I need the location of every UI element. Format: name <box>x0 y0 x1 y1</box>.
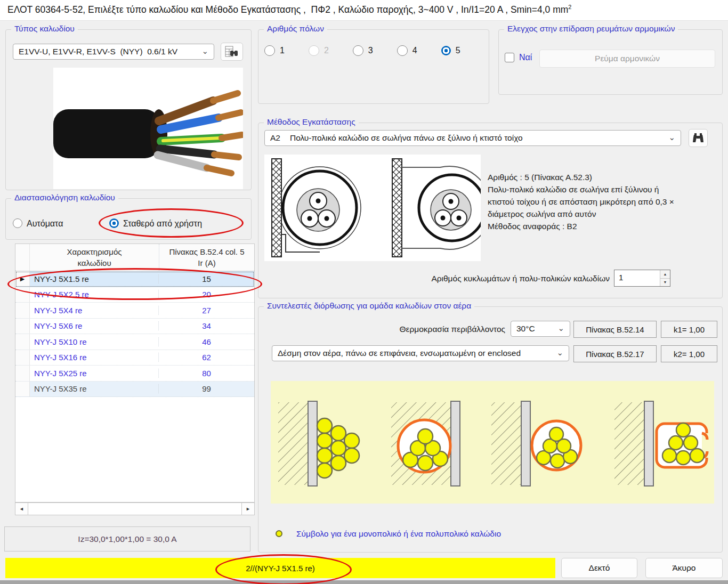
row-marker-cell <box>15 303 30 318</box>
dialog-title: ΕΛΟΤ 60364-5-52, Επιλέξτε τύπο καλωδίου … <box>7 4 571 15</box>
pole-option-5[interactable]: 5 <box>441 45 460 56</box>
legend-text: Σύμβολο για ένα μονοπολικό ή ένα πολυπολ… <box>296 529 501 539</box>
harmonics-checkbox-label: Ναί <box>519 53 532 62</box>
iz-result-box: Iz=30,0*1,00*1,00 = 30,0 A <box>4 526 250 551</box>
installation-method-combobox[interactable]: A2 Πολυ-πολικό καλώδιο σε σωλήνα πάνω σε… <box>264 130 681 146</box>
accept-button[interactable]: Δεκτό <box>561 558 637 578</box>
ir-value-cell[interactable]: 62 <box>159 353 254 362</box>
radio-icon[interactable] <box>441 46 451 55</box>
ir-value-cell[interactable]: 27 <box>159 306 254 315</box>
cable-table-header: Χαρακτηρισμός καλωδίου Πίνακας B.52.4 co… <box>15 244 254 271</box>
group-harmonics-label: Ελεγχος στην επίδραση ρευμάτων αρμομικών <box>504 24 678 34</box>
sizing-auto-label[interactable]: Αυτόματα <box>27 219 63 229</box>
grouping-illustration-drawing <box>271 381 714 504</box>
method-text: Πολυ-πολικό καλώδιο σε σωλήνα πάνω σε ξύ… <box>290 133 523 143</box>
ir-value-cell[interactable]: 99 <box>159 384 254 393</box>
method-description-line: κτιστού τοίχου ή σε απόσταση μικρότερη α… <box>488 196 725 208</box>
cable-symbol-icon <box>276 530 282 537</box>
pictogram-conduit-left-of-wall <box>391 401 460 486</box>
radio-icon <box>309 45 319 56</box>
row-marker-cell <box>15 366 30 381</box>
cable-name-cell[interactable]: NYY-J 5X35 re <box>30 384 159 393</box>
scroll-right-icon[interactable]: ► <box>241 502 255 515</box>
group-installation-method-label: Μέθοδος Εγκατάστασης <box>264 117 359 127</box>
ir-value-cell[interactable]: 80 <box>159 369 254 378</box>
pole-option-2: 2 <box>309 45 329 56</box>
method-description: Αριθμός : 5 (Πίνακας Α.52.3)Πολυ-πολικό … <box>488 171 725 232</box>
cable-type-combobox[interactable]: E1VV-U, E1VV-R, E1VV-S (NYY) 0.6/1 kV ⌄ <box>13 44 214 60</box>
method-diagram-drawing <box>264 155 481 261</box>
table-row[interactable]: NYY-J 5X10 re46 <box>15 334 254 350</box>
cable-name-cell[interactable]: NYY-J 5X10 re <box>30 337 159 346</box>
table-b5217-box: Πίνακας B.52.17 <box>573 345 657 362</box>
pole-option-label: 3 <box>368 46 373 55</box>
sizing-auto-radio[interactable] <box>13 218 22 228</box>
radio-icon[interactable] <box>397 45 408 56</box>
method-description-line: Μέθοδος αναφοράς : B2 <box>488 220 725 232</box>
table-binoculars-icon <box>225 46 239 58</box>
pole-option-3[interactable]: 3 <box>353 45 373 56</box>
circuits-count-label: Αριθμός κυκλωμάτων ή πολυ-πολικών καλωδί… <box>399 274 610 283</box>
pole-option-4[interactable]: 4 <box>397 45 417 56</box>
ir-value-cell[interactable]: 46 <box>159 337 254 346</box>
dialog-window: ΕΛΟΤ 60364-5-52, Επιλέξτε τύπο καλωδίου … <box>0 0 728 584</box>
method-code: A2 <box>270 133 280 143</box>
annotation-ellipse-selected-row <box>7 268 262 300</box>
window-bottom-edge <box>0 580 728 584</box>
annotation-ellipse-status <box>215 554 352 584</box>
k2-value-box: k2= 1,00 <box>661 345 717 362</box>
harmonics-current-field[interactable]: Ρεύμα αρμονικών <box>539 50 715 68</box>
col2-header-line1: Πίνακας B.52.4 col. 5 <box>159 246 254 257</box>
table-b5214-box: Πίνακας B.52.14 <box>573 321 657 338</box>
ambient-temp-value: 30°C <box>516 324 535 334</box>
pole-option-label: 2 <box>324 46 329 55</box>
table-marker-column-header <box>15 244 30 271</box>
pole-option-1[interactable]: 1 <box>264 45 285 56</box>
table-col2-header: Πίνακας B.52.4 col. 5 Ir (A) <box>159 244 254 271</box>
chevron-down-icon: ⌄ <box>201 47 208 55</box>
scroll-left-icon[interactable]: ◄ <box>15 502 28 515</box>
table-row[interactable]: NYY-J 5X25 re80 <box>15 366 254 382</box>
group-correction-factors-label: Συντελεστές διόρθωσης για ομάδα καλωδίων… <box>264 301 474 311</box>
group-sizing-label: Διαστασιολόγηση καλωδίου <box>11 193 118 202</box>
table-row[interactable]: NYY-J 5X16 re62 <box>15 350 254 366</box>
radio-icon[interactable] <box>353 45 363 56</box>
circuits-count-value: 1 <box>614 270 660 286</box>
spinner-up-icon[interactable]: ▲ <box>660 270 670 279</box>
cable-name-cell[interactable]: NYY-J 5X25 re <box>30 369 159 378</box>
harmonics-checkbox[interactable] <box>505 53 514 62</box>
ir-value-cell[interactable]: 34 <box>159 321 254 330</box>
radio-icon[interactable] <box>264 45 275 56</box>
cable-name-cell[interactable]: NYY-J 5X16 re <box>30 353 159 362</box>
dialog-title-text: ΕΛΟΤ 60364-5-52, Επιλέξτε τύπο καλωδίου … <box>7 4 568 15</box>
poles-options: 12345 <box>264 45 460 56</box>
circuits-count-spinner[interactable]: 1 ▲ ▼ <box>614 270 670 287</box>
cable-catalog-button[interactable] <box>221 43 243 61</box>
table-row[interactable]: NYY-J 5X35 re99 <box>15 382 254 398</box>
pole-option-label: 5 <box>456 46 460 55</box>
col1-header-line2: καλωδίου <box>30 257 159 269</box>
ambient-temp-combobox[interactable]: 30°C ⌄ <box>511 321 570 337</box>
group-poles: Αριθμός πόλων <box>258 29 489 104</box>
spinner-down-icon[interactable]: ▼ <box>660 279 670 287</box>
chevron-down-icon: ⌄ <box>668 133 675 141</box>
method-description-line: διάμετρος σωλήνα από αυτόν <box>488 208 725 220</box>
col1-header-line1: Χαρακτηρισμός <box>30 246 159 257</box>
table-horizontal-scrollbar[interactable]: ◄ ► <box>15 502 255 515</box>
bundling-combobox[interactable]: Δέσμη στον αέρα, πάνω σε επιφάνεια, ενσω… <box>272 345 569 361</box>
cable-name-cell[interactable]: NYY-J 5X6 re <box>30 321 159 330</box>
row-marker-cell <box>15 382 30 397</box>
annotation-ellipse-sizing <box>99 208 244 238</box>
table-row[interactable]: NYY-J 5X6 re34 <box>15 319 254 335</box>
cable-name-cell[interactable]: NYY-J 5X4 re <box>30 306 159 315</box>
pictogram-bundle-on-wall <box>278 401 359 486</box>
table-row[interactable]: NYY-J 5X4 re27 <box>15 303 254 319</box>
method-search-button[interactable] <box>689 129 708 147</box>
row-marker-cell <box>15 319 30 334</box>
cancel-button[interactable]: Άκυρο <box>645 558 723 578</box>
pictogram-trunking-on-wall <box>614 401 708 486</box>
binoculars-icon <box>692 133 704 143</box>
scrollbar-track[interactable] <box>28 502 241 515</box>
bundling-value: Δέσμη στον αέρα, πάνω σε επιφάνεια, ενσω… <box>278 348 521 358</box>
k1-value-box: k1= 1,00 <box>661 321 717 338</box>
